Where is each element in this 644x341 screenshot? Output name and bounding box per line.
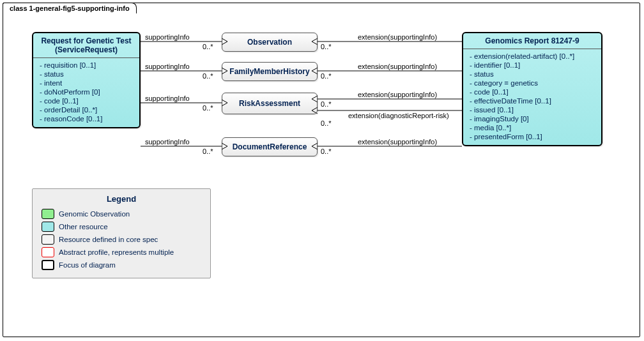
- class-title: Observation: [222, 33, 317, 51]
- legend-label: Focus of diagram: [59, 261, 116, 269]
- attr-item: media [0..*]: [468, 123, 596, 132]
- class-observation: Observation: [222, 33, 318, 52]
- attribute-list: extension(related-artifact) [0..*]identi…: [463, 49, 601, 145]
- legend-swatch: [42, 247, 54, 257]
- edge-mult: 0..*: [203, 148, 213, 155]
- legend-rows: Genomic ObservationOther resourceResourc…: [42, 208, 201, 271]
- class-title: DocumentReference: [222, 138, 317, 156]
- legend-row: Abstract profile, represents multiple: [42, 246, 201, 259]
- edge-mult: 0..*: [203, 104, 213, 112]
- title-line2: (ServiceRequest): [55, 45, 118, 54]
- title-line1: Request for Genetic Test: [41, 36, 131, 45]
- legend-swatch: [42, 209, 54, 219]
- legend-row: Focus of diagram: [42, 259, 201, 271]
- class-genomics-report: Genomics Report 81247-9 extension(relate…: [462, 32, 602, 146]
- attr-item: intent: [38, 79, 134, 87]
- legend-row: Genomic Observation: [42, 208, 201, 220]
- class-title: Genomics Report 81247-9: [463, 33, 601, 49]
- attribute-list: requisition [0..1]statusintentdoNotPerfo…: [33, 58, 139, 127]
- attr-item: effectiveDateTime [0..1]: [468, 96, 596, 105]
- frame-title: class 1-general-fig5-supporting-info: [3, 3, 137, 13]
- class-risk-assessment: RiskAssessment: [222, 93, 318, 114]
- attr-item: code [0..1]: [38, 96, 134, 105]
- attr-item: orderDetail [0..*]: [38, 105, 134, 114]
- legend-title: Legend: [42, 194, 201, 204]
- class-service-request: Request for Genetic Test (ServiceRequest…: [32, 32, 141, 128]
- attr-item: imagingStudy [0]: [468, 114, 596, 123]
- attr-item: reasonCode [0..1]: [38, 114, 134, 123]
- class-title: FamilyMemberHistory: [222, 63, 317, 80]
- legend-label: Other resource: [59, 223, 108, 231]
- edge-label: supportingInfo: [145, 95, 190, 102]
- attr-item: category = genetics: [468, 79, 596, 87]
- legend-swatch: [42, 260, 54, 270]
- legend-row: Other resource: [42, 220, 201, 233]
- attr-item: extension(related-artifact) [0..*]: [468, 52, 596, 61]
- legend: Legend Genomic ObservationOther resource…: [32, 188, 211, 278]
- attr-item: presentedForm [0..1]: [468, 132, 596, 141]
- edge-label: extension(supportingInfo): [358, 33, 437, 41]
- legend-swatch: [42, 222, 54, 232]
- edge-mult: 0..*: [321, 43, 332, 50]
- edge-label: supportingInfo: [145, 138, 190, 146]
- attr-item: requisition [0..1]: [38, 61, 134, 70]
- edge-mult: 0..*: [321, 72, 332, 80]
- edge-label: extension(supportingInfo): [358, 91, 437, 98]
- attr-item: identifier [0..1]: [468, 61, 596, 70]
- class-title: RiskAssessment: [222, 93, 317, 114]
- class-family-member-history: FamilyMemberHistory: [222, 62, 318, 81]
- edge-label: supportingInfo: [145, 63, 190, 70]
- attr-item: code [0..1]: [468, 87, 596, 96]
- edge-label: extension(supportingInfo): [358, 63, 437, 70]
- edge-label: supportingInfo: [145, 33, 190, 41]
- edge-mult: 0..*: [321, 100, 332, 108]
- edge-mult: 0..*: [321, 148, 332, 155]
- attr-item: status: [38, 70, 134, 79]
- legend-label: Genomic Observation: [59, 210, 130, 218]
- class-title: Request for Genetic Test (ServiceRequest…: [33, 33, 139, 57]
- edge-mult: 0..*: [203, 43, 213, 50]
- edge-label: extension(diagnosticReport-risk): [348, 112, 449, 119]
- legend-label: Abstract profile, represents multiple: [59, 248, 174, 256]
- attr-item: doNotPerform [0]: [38, 87, 134, 96]
- edge-label: extension(supportingInfo): [358, 138, 437, 146]
- attr-item: status: [468, 70, 596, 79]
- edge-mult: 0..*: [321, 119, 332, 127]
- diagram-frame: class 1-general-fig5-supporting-info Req…: [3, 3, 640, 337]
- legend-row: Resource defined in core spec: [42, 233, 201, 246]
- edge-mult: 0..*: [203, 72, 213, 80]
- legend-label: Resource defined in core spec: [59, 236, 158, 243]
- class-document-reference: DocumentReference: [222, 137, 318, 156]
- legend-swatch: [42, 234, 54, 245]
- attr-item: issued [0..1]: [468, 105, 596, 114]
